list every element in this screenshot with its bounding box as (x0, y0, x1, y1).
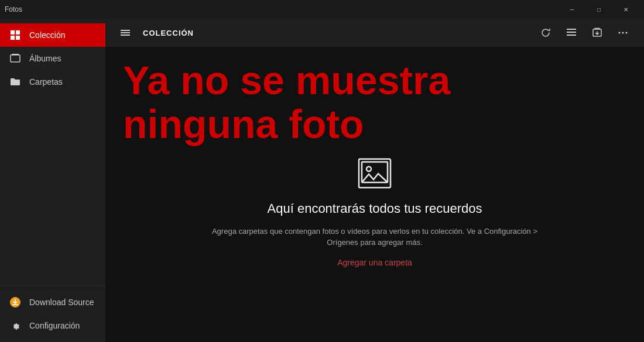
close-button[interactable]: ✕ (612, 0, 639, 19)
view-toggle-button[interactable] (560, 22, 583, 43)
titlebar: Fotos ─ □ ✕ (0, 0, 644, 19)
refresh-button[interactable] (534, 22, 557, 43)
sidebar-item-configuracion[interactable]: Configuración (0, 314, 105, 337)
svg-rect-2 (11, 36, 15, 40)
sidebar-item-label: Configuración (29, 321, 80, 330)
svg-rect-4 (11, 55, 20, 62)
svg-rect-3 (16, 36, 20, 40)
sidebar-item-label: Carpetas (29, 77, 63, 87)
header: COLECCIÓN (105, 19, 644, 47)
hamburger-button[interactable] (115, 22, 136, 43)
content-area: Ya no se muestra ninguna foto Aquí encon… (105, 47, 644, 342)
hamburger-icon (121, 29, 130, 37)
svg-point-13 (626, 32, 628, 34)
app-title: Fotos (5, 5, 22, 13)
collection-icon (9, 29, 21, 41)
big-title-line1: Ya no se muestra (123, 58, 450, 102)
svg-rect-14 (359, 159, 390, 188)
big-title: Ya no se muestra ninguna foto (123, 58, 450, 146)
download-icon (9, 296, 21, 308)
svg-rect-9 (567, 34, 576, 36)
empty-state-title: Aquí encontrarás todos tus recuerdos (268, 201, 482, 216)
add-folder-link[interactable]: Agregar una carpeta (337, 258, 412, 267)
sidebar-item-carpetas[interactable]: Carpetas (0, 70, 105, 94)
empty-state: Aquí encontrarás todos tus recuerdos Agr… (211, 157, 539, 267)
album-icon (9, 53, 21, 64)
svg-rect-0 (11, 30, 15, 34)
import-button[interactable] (585, 22, 609, 43)
svg-rect-1 (16, 30, 20, 34)
svg-rect-5 (12, 54, 19, 55)
settings-icon (9, 320, 21, 331)
svg-point-12 (622, 32, 624, 34)
folder-icon (9, 76, 21, 88)
empty-state-description: Agrega carpetas que contengan fotos o ví… (211, 226, 539, 248)
svg-point-11 (619, 32, 621, 34)
sidebar-item-label: Download Source (29, 298, 94, 307)
sidebar-item-download-source[interactable]: Download Source (0, 291, 105, 314)
header-actions (534, 22, 635, 43)
page-title: COLECCIÓN (143, 29, 194, 37)
svg-rect-7 (567, 29, 576, 30)
svg-rect-8 (567, 32, 576, 33)
main-content: COLECCIÓN (105, 19, 644, 342)
window-controls: ─ □ ✕ (559, 0, 639, 19)
svg-point-16 (366, 167, 371, 171)
big-title-line2: ninguna foto (123, 102, 450, 146)
more-button[interactable] (611, 22, 635, 43)
app-body: Colección Álbumes Carpetas (0, 19, 644, 342)
sidebar-item-coleccion[interactable]: Colección (0, 23, 105, 47)
sidebar-item-albumes[interactable]: Álbumes (0, 47, 105, 70)
sidebar-item-label: Álbumes (29, 54, 61, 63)
minimize-button[interactable]: ─ (559, 0, 585, 19)
sidebar: Colección Álbumes Carpetas (0, 19, 105, 342)
sidebar-item-label: Colección (29, 30, 65, 40)
maximize-button[interactable]: □ (585, 0, 612, 19)
photo-placeholder-icon (357, 157, 392, 192)
sidebar-nav: Colección Álbumes Carpetas (0, 19, 105, 285)
sidebar-bottom: Download Source Configuración (0, 285, 105, 342)
